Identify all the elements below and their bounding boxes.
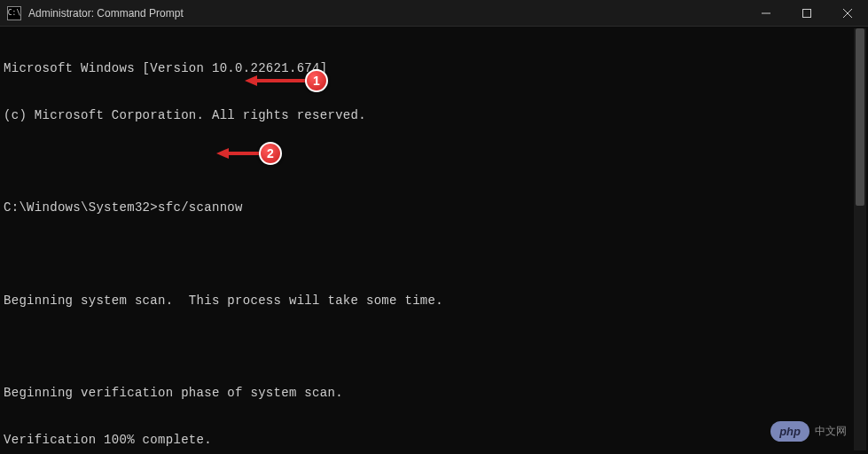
scrollbar-thumb[interactable] — [856, 28, 864, 206]
terminal-line: Microsoft Windows [Version 10.0.22621.67… — [4, 61, 864, 77]
terminal-line: Verification 100% complete. — [4, 433, 864, 449]
terminal-line: Beginning system scan. This process will… — [4, 294, 864, 309]
scrollbar[interactable] — [854, 28, 866, 450]
terminal-output[interactable]: Microsoft Windows [Version 10.0.22621.67… — [0, 27, 868, 454]
window-title: Administrator: Command Prompt — [28, 7, 184, 20]
terminal-line: (c) Microsoft Corporation. All rights re… — [4, 108, 864, 124]
titlebar-left: C:\ Administrator: Command Prompt — [7, 6, 184, 20]
php-logo-icon: php — [770, 421, 809, 442]
titlebar: C:\ Administrator: Command Prompt — [0, 0, 868, 27]
watermark: php 中文网 — [770, 421, 847, 442]
terminal-line: Beginning verification phase of system s… — [4, 386, 864, 402]
terminal-line — [4, 340, 864, 355]
minimize-button[interactable] — [746, 0, 786, 27]
terminal-line — [4, 247, 864, 262]
terminal-line — [4, 154, 864, 169]
terminal-line: C:\Windows\System32>sfc/scannow — [4, 200, 864, 216]
close-button[interactable] — [827, 0, 868, 27]
maximize-button[interactable] — [786, 0, 827, 27]
svg-rect-1 — [803, 10, 811, 18]
watermark-text: 中文网 — [815, 424, 847, 439]
cmd-icon: C:\ — [7, 6, 21, 20]
window-controls — [746, 0, 868, 26]
